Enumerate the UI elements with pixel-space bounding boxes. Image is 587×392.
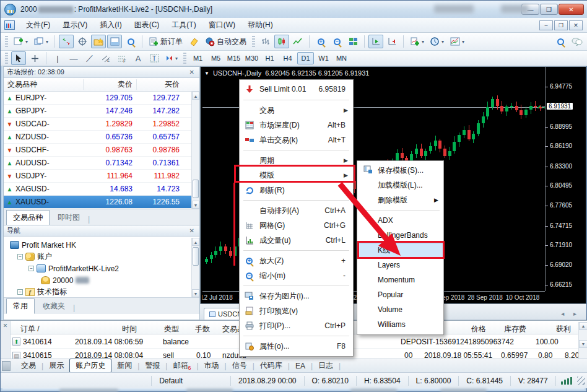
metaeditor-button[interactable] (186, 35, 201, 48)
fibonacci-tool[interactable]: F (115, 51, 129, 65)
scroll-up-icon[interactable]: ▲ (192, 92, 199, 100)
tab-signals[interactable]: 信号 (227, 359, 253, 372)
chat-button[interactable] (569, 35, 585, 48)
menu-item-refresh[interactable]: 刷新(R) (240, 183, 353, 198)
timeframe-mn[interactable]: MN (333, 52, 350, 64)
data-window-button[interactable] (75, 35, 90, 48)
one-click-arrow-icon[interactable]: ▼ (204, 71, 209, 76)
timeframe-d1[interactable]: D1 (297, 52, 314, 64)
tab-code-base[interactable]: 代码库 (254, 359, 288, 372)
menu-item-print-preview[interactable]: 打印预览(v) (240, 303, 353, 318)
orders-scrollbar[interactable]: ▲ ▼ (578, 322, 587, 359)
submenu-template-volume[interactable]: Volume (357, 302, 443, 317)
tab-tick-chart[interactable]: 即时图 (51, 210, 87, 225)
menu-view[interactable]: 显示(V) (56, 18, 93, 32)
strategy-tester-button[interactable] (123, 35, 138, 48)
close-panel-icon[interactable]: ✕ (188, 69, 196, 76)
submenu-template-adx[interactable]: ADX (357, 213, 443, 228)
col-profit[interactable]: 获利 (556, 324, 571, 334)
new-order-button[interactable]: 新订单 (146, 35, 185, 48)
trendline-tool[interactable]: ／ (82, 51, 97, 65)
col-order[interactable]: 订单 / (20, 324, 40, 334)
menu-item-volumes[interactable]: 成交量(u)Ctrl+L (240, 233, 353, 248)
arrows-tool[interactable]: ▾ (163, 51, 180, 65)
col-price[interactable]: 价格 (471, 324, 486, 334)
dropdown-arrow-icon[interactable]: ▾ (46, 39, 48, 45)
tab-journal[interactable]: 日志 (313, 359, 339, 372)
dropdown-arrow-icon[interactable]: ▾ (462, 39, 464, 45)
chart-shift-button[interactable] (385, 35, 399, 48)
col-type[interactable]: 类型 (164, 324, 179, 334)
menu-file[interactable]: 文件(F) (20, 18, 56, 32)
menu-item-properties[interactable]: 属性(o)...F8 (240, 339, 353, 354)
col-time[interactable]: 时间 (122, 324, 137, 334)
bar-chart-button[interactable] (258, 35, 273, 48)
tree-item-indicators[interactable]: − f 技术指标 (7, 286, 199, 298)
search-button[interactable] (553, 35, 568, 48)
collapse-icon[interactable]: − (17, 289, 23, 295)
scroll-thumb[interactable] (193, 247, 199, 266)
autotrading-button[interactable]: 自动交易 (202, 35, 249, 48)
tab-exposure[interactable]: 展示 (43, 359, 69, 372)
menu-item-zoom-in[interactable]: + 放大(Z)+ (240, 253, 353, 268)
dropdown-arrow-icon[interactable]: ▾ (25, 39, 28, 45)
terminal-toggle[interactable] (107, 35, 122, 48)
zoom-out-button[interactable]: − (329, 35, 344, 48)
timeframe-m1[interactable]: M1 (189, 52, 206, 64)
symbol-row-usdjpy[interactable]: ▼USDJPY-111.964111.982 (4, 170, 199, 183)
menu-item-grid[interactable]: 网格(G)Ctrl+G (240, 218, 353, 233)
tab-mailbox[interactable]: 邮箱6 (167, 359, 196, 372)
dropdown-arrow-icon[interactable]: ▾ (175, 56, 178, 61)
menu-item-print[interactable]: 打印(P)...Ctrl+P (240, 318, 353, 333)
menu-item-auto-arrange[interactable]: 自动排列(A)Ctrl+A (240, 203, 353, 218)
scroll-down-icon[interactable]: ▼ (192, 201, 199, 209)
tab-news[interactable]: 新闻 (111, 359, 137, 372)
symbol-row-usdcad[interactable]: ▼USDCAD-1.298291.29852 (4, 118, 199, 131)
cursor-tool[interactable] (11, 51, 26, 65)
close-panel-icon[interactable]: ✕ (188, 227, 196, 234)
tile-windows-button[interactable] (346, 35, 360, 48)
submenu-save-template[interactable]: 保存模板(S)... (357, 163, 443, 178)
scroll-thumb[interactable] (193, 180, 199, 198)
text-label-tool[interactable]: T (147, 51, 162, 65)
scroll-down-icon[interactable]: ▼ (579, 340, 587, 348)
scroll-up-icon[interactable]: ▲ (192, 238, 199, 246)
collapse-icon[interactable]: − (17, 254, 23, 259)
menu-item-sell-limit[interactable]: Sell Limit 0.01 6.95819 (240, 81, 353, 97)
child-minimize-button[interactable]: – (539, 20, 553, 30)
tab-experts[interactable]: EA (290, 360, 311, 372)
auto-scroll-button[interactable] (368, 35, 383, 48)
menu-item-zoom-out[interactable]: − 缩小(m)- (240, 268, 353, 283)
chart-tab-scroll-arrows[interactable]: ◂ ▸ (561, 310, 580, 317)
submenu-template-layers[interactable]: Layers (357, 258, 443, 272)
symbol-row-xagusd[interactable]: ▲XAGUSD-14.68314.723 (4, 183, 199, 196)
menu-item-depth-of-market[interactable]: 市场深度(D)Alt+B (240, 118, 353, 133)
tree-item-accounts[interactable]: − 账户 (7, 251, 199, 263)
symbol-row-nzdusd[interactable]: ▲NZDUSD-0.657360.65757 (4, 131, 199, 144)
dropdown-arrow-icon[interactable]: ▾ (441, 39, 444, 45)
market-watch-scrollbar[interactable]: ▲ ▼ (191, 92, 199, 209)
dropdown-arrow-icon[interactable]: ▾ (422, 39, 424, 45)
text-tool[interactable]: A (131, 51, 146, 65)
tab-trade[interactable]: 交易 (15, 359, 41, 372)
resize-grip[interactable] (577, 377, 585, 385)
channel-tool[interactable]: E (98, 51, 113, 65)
tree-item-server[interactable]: − ProfitMarketHK-Live2 (7, 263, 199, 274)
timeframe-w1[interactable]: W1 (315, 52, 332, 64)
navigator-scrollbar[interactable]: ▲ ▼ (191, 238, 199, 297)
symbol-row-audusd[interactable]: ▲AUDUSD-0.713420.71361 (4, 157, 199, 170)
tree-item-broker[interactable]: Profit Market HK (7, 239, 199, 251)
toolbar-grip[interactable] (183, 53, 186, 64)
timeframe-h1[interactable]: H1 (261, 52, 278, 64)
symbol-row-gbpjpy[interactable]: ▲GBPJPY-147.246147.282 (4, 105, 199, 118)
menu-insert[interactable]: 插入(I) (93, 18, 128, 32)
menu-tools[interactable]: 工具(T) (165, 18, 202, 32)
price-axis[interactable]: 6.947756.889956.861906.833006.804956.776… (545, 67, 586, 291)
menu-item-save-as-picture[interactable]: 保存为图片(i)... (240, 289, 353, 303)
menu-item-one-click-trading[interactable]: 单击交易(k)Alt+T (240, 133, 353, 147)
timeframe-m15[interactable]: M15 (225, 52, 242, 64)
line-chart-button[interactable] (290, 35, 305, 48)
submenu-template-momentum[interactable]: Momentum (357, 272, 443, 287)
menu-charts[interactable]: 图表(C) (128, 18, 166, 32)
submenu-load-template[interactable]: 加载模版(L)... (357, 178, 443, 193)
